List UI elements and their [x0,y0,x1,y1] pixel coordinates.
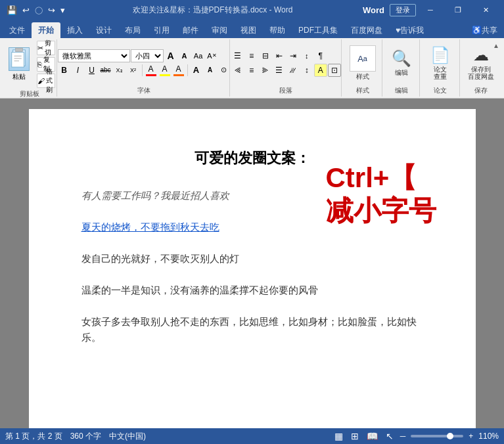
ribbon-collapse-button[interactable]: ▲ [491,41,501,50]
undo-circle-icon[interactable]: ◯ [34,6,44,14]
tab-insert[interactable]: 插入 [60,22,89,38]
tab-share[interactable]: ♿共享 [465,22,504,38]
save-group-label: 保存 [474,86,488,95]
edit-icon: 🔍 [392,49,411,68]
align-right-button[interactable]: ⫸ [259,64,272,77]
cursor-icon: ↖ [384,431,395,441]
justify-button[interactable]: ☰ [273,64,286,77]
format-painter-label: 格式刷 [46,67,55,95]
document-page: 可爱的发圈文案： 有人需要工作吗？我最近招人喜欢 夏天的烧烤，不要拖到秋天去吃 … [29,109,476,428]
paste-button[interactable]: 粘贴 [4,41,34,88]
language: 中文(中国) [109,431,146,442]
read-view-button[interactable]: 📖 [365,431,379,441]
thesis-check-button[interactable]: 📄 论文 查重 [423,43,457,83]
change-case-button[interactable]: Aa [192,49,205,62]
shading-button[interactable]: A [314,64,327,77]
paste-label: 粘贴 [12,72,26,81]
thesis-group: 📄 论文 查重 论文 [421,39,460,97]
tab-home[interactable]: 开始 [32,22,60,38]
cut-button[interactable]: ✂ 剪切 [37,41,55,55]
strikethrough-button[interactable]: abc [99,64,112,77]
line-spacing-button[interactable]: ↕ [300,64,313,77]
zoom-thumb [447,433,453,439]
highlight-icon: A [162,64,168,74]
italic-button[interactable]: I [72,64,85,77]
decrease-indent-button[interactable]: ⇤ [273,49,286,62]
superscript-button[interactable]: X² [127,64,140,77]
print-view-button[interactable]: ▦ [333,431,344,441]
bold-button[interactable]: B [58,64,71,77]
tab-file[interactable]: 文件 [3,22,32,38]
paste-icon [9,47,30,71]
tab-mailings[interactable]: 邮件 [176,22,205,38]
clipboard-group: 粘贴 ✂ 剪切 ⎘ 复制 🖌 格式刷 剪贴板 [3,39,57,97]
shortcut-line1: Ctrl+【 [326,162,436,194]
separator [142,64,143,76]
minimize-button[interactable]: ─ [417,0,444,20]
outline-list-button[interactable]: ⊟ [259,49,272,62]
zoom-level: 110% [478,432,499,441]
format-painter-icon: 🖌 [37,77,45,85]
zoom-slider[interactable] [411,435,463,437]
style-group-label-bottom: 样式 [356,86,369,95]
clear-formatting-button[interactable]: A✕ [206,49,219,62]
paragraph-group: ☰ ≡ ⊟ ⇤ ⇥ ↕ ¶ ⫷ ≡ ⫸ ☰ ⫻ ↕ A ⊡ 段落 [231,39,342,97]
zoom-plus-button[interactable]: + [469,432,473,441]
bullets-button[interactable]: ☰ [231,49,244,62]
zoom-minus-button[interactable]: ─ [400,432,406,441]
tab-tell-me[interactable]: ♥告诉我 [389,22,430,38]
font-group-label: 字体 [137,86,150,95]
column-button[interactable]: ⫻ [286,64,300,77]
tab-references[interactable]: 引用 [147,22,176,38]
restore-button[interactable]: ❐ [445,0,471,20]
increase-font-size-button[interactable]: A [164,49,177,62]
undo-icon[interactable]: ↩ [21,5,31,15]
font-color-button[interactable]: A [145,64,158,77]
cut-icon: ✂ [37,44,43,53]
tab-help[interactable]: 帮助 [263,22,292,38]
font-size-dec2-button[interactable]: A [204,64,217,77]
tab-pdf-tools[interactable]: PDF工具集 [292,22,344,38]
decrease-font-size-button[interactable]: A [178,49,191,62]
save-baidu-icon: ☁ [473,46,489,64]
format-painter-button[interactable]: 🖌 格式刷 [37,74,55,88]
font-size-inc2-button[interactable]: A [190,64,203,77]
save-baidu-label: 保存到 百度网盘 [468,66,494,80]
tab-baidu[interactable]: 百度网盘 [344,22,389,38]
highlight-button[interactable]: A [158,64,172,77]
align-left-button[interactable]: ⫷ [231,64,244,77]
circle-btn[interactable]: ⊙ [218,64,231,77]
style-button[interactable]: Aa 样式 [346,43,380,83]
web-view-button[interactable]: ⊞ [350,431,360,441]
show-marks-button[interactable]: ¶ [314,49,327,62]
redo-icon[interactable]: ↪ [47,5,57,15]
quick-access-toolbar: 💾 ↩ ◯ ↪ ▾ [5,5,66,15]
thesis-check-label: 论文 查重 [434,66,447,80]
quick-access-dropdown-icon[interactable]: ▾ [59,5,66,15]
font-name-select[interactable]: 微软雅黑 [58,49,130,62]
align-center-button[interactable]: ≡ [245,64,258,77]
underline-button[interactable]: U [85,64,99,77]
login-button[interactable]: 登录 [390,4,416,16]
title-bar-left: 💾 ↩ ◯ ↪ ▾ [5,5,66,15]
save-icon[interactable]: 💾 [5,5,18,15]
close-button[interactable]: ✕ [472,0,499,20]
title-bar-right: Word 登录 ─ ❐ ✕ [359,0,499,20]
edit-group-label-bottom: 编辑 [395,86,408,95]
tab-design[interactable]: 设计 [89,22,118,38]
subscript-button[interactable]: X₂ [113,64,126,77]
status-bar: 第 1 页，共 2 页 360 个字 中文(中国) ▦ ⊞ 📖 ↖ ─ + 11… [0,428,504,444]
font-color-indicator [146,74,156,76]
sort-button[interactable]: ↕ [300,49,313,62]
tab-view[interactable]: 视图 [234,22,263,38]
increase-indent-button[interactable]: ⇥ [286,49,300,62]
text-color-button[interactable]: A [172,64,185,77]
tab-review[interactable]: 审阅 [205,22,234,38]
numbering-button[interactable]: ≡ [245,49,258,62]
font-size-select[interactable]: 小四 四号 小三 三号 [131,49,164,62]
edit-button[interactable]: 🔍 编辑 [386,43,417,83]
tab-layout[interactable]: 布局 [118,22,147,38]
clipboard-group-label: 剪贴板 [20,89,39,99]
border-button[interactable]: ⊡ [328,64,341,77]
svg-rect-2 [12,53,24,68]
